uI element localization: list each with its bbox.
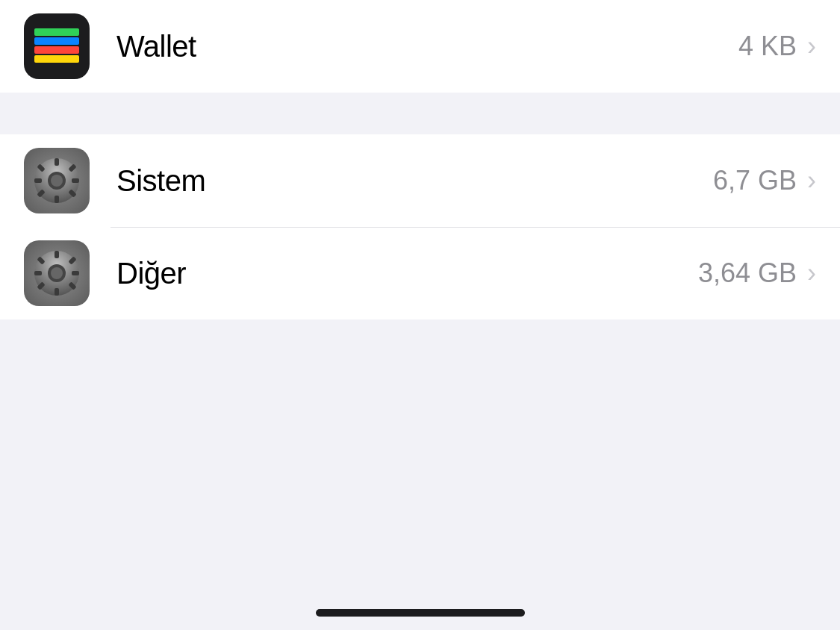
- wallet-chevron: ›: [807, 33, 816, 60]
- home-indicator: [316, 609, 525, 617]
- svg-rect-12: [55, 251, 59, 258]
- svg-rect-2: [55, 196, 59, 203]
- svg-rect-15: [72, 271, 79, 275]
- svg-rect-1: [55, 158, 59, 166]
- sistem-row[interactable]: Sistem 6,7 GB ›: [0, 134, 840, 227]
- sistem-label: Sistem: [116, 164, 713, 198]
- section-separator-1: [0, 93, 840, 134]
- diger-size: 3,64 GB: [698, 258, 797, 289]
- wallet-icon: [24, 13, 90, 79]
- svg-point-10: [51, 175, 63, 187]
- bottom-section: [0, 511, 840, 630]
- diger-label: Diğer: [116, 257, 698, 290]
- wallet-size: 4 KB: [738, 31, 797, 62]
- svg-rect-4: [72, 178, 79, 183]
- sistem-size: 6,7 GB: [713, 165, 797, 196]
- svg-point-21: [51, 267, 63, 279]
- svg-rect-3: [34, 178, 42, 183]
- diger-chevron: ›: [807, 260, 816, 287]
- sistem-icon: [24, 148, 90, 213]
- wallet-label: Wallet: [116, 30, 738, 63]
- sistem-chevron: ›: [807, 167, 816, 194]
- wallet-row[interactable]: Wallet 4 KB ›: [0, 0, 840, 93]
- diger-row[interactable]: Diğer 3,64 GB ›: [0, 227, 840, 319]
- svg-rect-13: [55, 288, 59, 296]
- svg-rect-14: [34, 271, 42, 275]
- diger-icon: [24, 240, 90, 306]
